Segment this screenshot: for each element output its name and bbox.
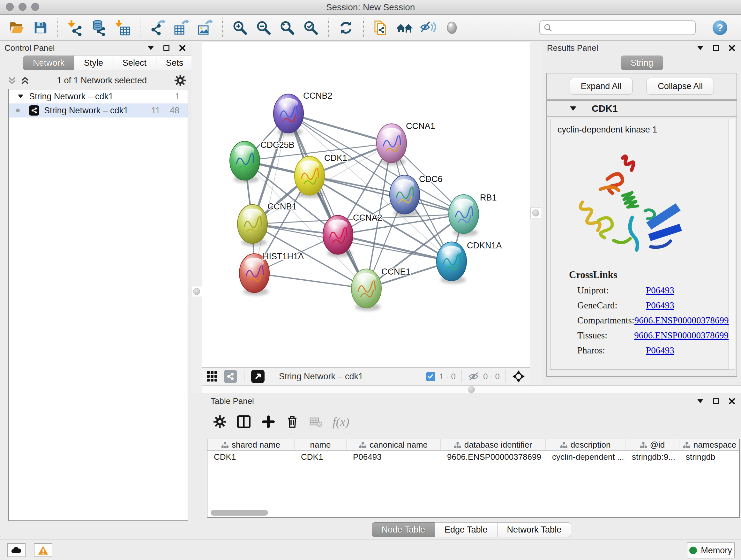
horizontal-splitter[interactable] [202, 385, 741, 393]
save-session-button[interactable] [30, 18, 50, 38]
table-row[interactable]: CDK1CDK1P064939606.ENSP00000378699cyclin… [207, 451, 739, 463]
entry-collapse-icon[interactable] [570, 106, 576, 111]
table-hscrollbar-thumb[interactable] [211, 510, 268, 516]
float-panel-icon[interactable] [713, 398, 719, 404]
enhance-labels-button[interactable] [419, 18, 438, 38]
close-panel-icon[interactable] [729, 398, 735, 405]
crosslink-link[interactable]: 9606.ENSP00000378699 [634, 315, 729, 326]
column-header-description[interactable]: description [546, 439, 625, 450]
right-splitter-handle[interactable] [530, 207, 541, 219]
collapse-all-icon[interactable] [8, 77, 16, 84]
delete-table-icon[interactable] [309, 415, 323, 428]
tab-network[interactable]: Network [23, 56, 74, 70]
right-splitter[interactable] [530, 41, 542, 385]
close-panel-icon[interactable] [179, 45, 186, 51]
entry-header[interactable]: CDK1 [547, 101, 737, 117]
grid-view-icon[interactable] [206, 370, 219, 383]
node-CCNB1[interactable]: CCNB1 [238, 202, 297, 246]
help-button[interactable]: ? [712, 19, 728, 36]
cell-@id[interactable]: stringdb:9... [625, 451, 679, 463]
crosslink-link[interactable]: 9606.ENSP00000378699 [634, 330, 729, 341]
export-network-button[interactable] [148, 18, 167, 38]
tree-expand-icon[interactable] [18, 95, 23, 98]
network-collection-row[interactable]: String Network – cdk1 1 [9, 89, 188, 104]
edge-CCNA2-CDKN1A[interactable] [338, 235, 452, 261]
refresh-view-button[interactable] [336, 18, 355, 38]
column-header-shared-name[interactable]: shared name [207, 439, 294, 450]
node-CCNA1[interactable]: CCNA1 [377, 121, 435, 166]
cell-name[interactable]: CDK1 [294, 451, 347, 463]
tab-string[interactable]: String [621, 56, 663, 70]
crosslink-link[interactable]: P06493 [646, 300, 674, 311]
node-CCNE1[interactable]: CCNE1 [351, 267, 411, 311]
edge-CCNB2-CCNA1[interactable] [288, 114, 392, 143]
function-builder-icon[interactable]: f(x) [333, 415, 349, 429]
show-columns-icon[interactable] [236, 414, 252, 429]
show-glass-ball-button[interactable] [442, 18, 461, 38]
network-share-icon[interactable] [223, 369, 238, 383]
delete-column-icon[interactable] [285, 415, 299, 429]
left-splitter[interactable] [192, 41, 202, 393]
memory-button[interactable]: Memory [687, 543, 735, 558]
panel-menu-icon[interactable] [148, 46, 154, 50]
center-view-icon[interactable] [512, 370, 525, 383]
network-options-gear-icon[interactable] [174, 74, 186, 86]
export-image-button[interactable] [195, 18, 214, 38]
crosslink-link[interactable]: P06493 [646, 345, 674, 356]
column-header-@id[interactable]: @id [625, 439, 679, 450]
share-document-button[interactable] [372, 18, 391, 38]
string-network-graph[interactable]: CCNB2CCNA1CDC25BCDK1CDC6RB1CCNB1CCNA2CDK… [202, 42, 530, 367]
column-header-canonical-name[interactable]: canonical name [347, 439, 441, 450]
tab-sets[interactable]: Sets [156, 56, 193, 70]
tab-node-table[interactable]: Node Table [372, 522, 435, 537]
string-home-button[interactable] [395, 18, 414, 38]
zoom-in-button[interactable] [230, 18, 250, 38]
add-column-icon[interactable] [261, 415, 276, 429]
tab-edge-table[interactable]: Edge Table [434, 522, 497, 537]
cloud-status-button[interactable] [7, 543, 25, 557]
open-session-button[interactable] [7, 18, 26, 38]
node-RB1[interactable]: RB1 [449, 193, 497, 237]
cell-canonical-name[interactable]: P06493 [347, 451, 441, 463]
column-header-namespace[interactable]: namespace [679, 439, 740, 450]
warnings-button[interactable] [34, 543, 52, 557]
panel-menu-icon[interactable] [697, 46, 703, 50]
cell-description[interactable]: cyclin-dependent ... [546, 451, 625, 463]
node-HIST1H1A[interactable]: HIST1H1A [239, 252, 304, 296]
search-input[interactable] [555, 23, 691, 33]
search-field[interactable] [539, 20, 696, 35]
column-header-name[interactable]: name [294, 439, 347, 450]
expand-all-icon[interactable] [21, 77, 29, 84]
cell-shared-name[interactable]: CDK1 [207, 451, 294, 463]
selected-checkbox[interactable] [426, 372, 435, 381]
import-network-button[interactable] [66, 18, 85, 38]
network-canvas[interactable]: CCNB2CCNA1CDC25BCDK1CDC6RB1CCNB1CCNA2CDK… [202, 42, 530, 367]
import-table-button[interactable] [113, 18, 132, 38]
panel-menu-icon[interactable] [697, 399, 703, 403]
edge-CCNB2-HIST1H1A[interactable] [254, 114, 288, 273]
float-panel-icon[interactable] [713, 45, 719, 51]
zoom-selected-button[interactable] [301, 18, 320, 38]
node-CDKN1A[interactable]: CDKN1A [436, 241, 502, 284]
network-row[interactable]: String Network – cdk1 11 48 [9, 104, 188, 118]
float-panel-icon[interactable] [163, 45, 170, 51]
birds-eye-toggle-icon[interactable] [251, 369, 265, 383]
zoom-fit-button[interactable] [278, 18, 297, 38]
left-splitter-handle[interactable] [191, 286, 202, 297]
tab-network-table[interactable]: Network Table [497, 522, 571, 537]
tab-style[interactable]: Style [74, 56, 113, 70]
import-database-button[interactable] [89, 18, 109, 38]
collapse-all-button[interactable]: Collapse All [647, 78, 714, 95]
cell-database-identifier[interactable]: 9606.ENSP00000378699 [441, 451, 546, 463]
close-panel-icon[interactable] [729, 45, 735, 51]
column-header-database-identifier[interactable]: database identifier [441, 439, 546, 450]
zoom-out-button[interactable] [254, 18, 273, 38]
table-options-gear-icon[interactable] [213, 415, 226, 428]
edge-HIST1H1A-CCNE1[interactable] [254, 273, 366, 289]
results-scrollbar[interactable] [729, 119, 735, 370]
tab-select[interactable]: Select [113, 56, 156, 70]
horizontal-splitter-handle[interactable] [468, 386, 475, 393]
crosslink-link[interactable]: P06493 [646, 285, 674, 296]
expand-all-button[interactable]: Expand All [569, 78, 633, 95]
node-CCNB2[interactable]: CCNB2 [273, 91, 333, 136]
